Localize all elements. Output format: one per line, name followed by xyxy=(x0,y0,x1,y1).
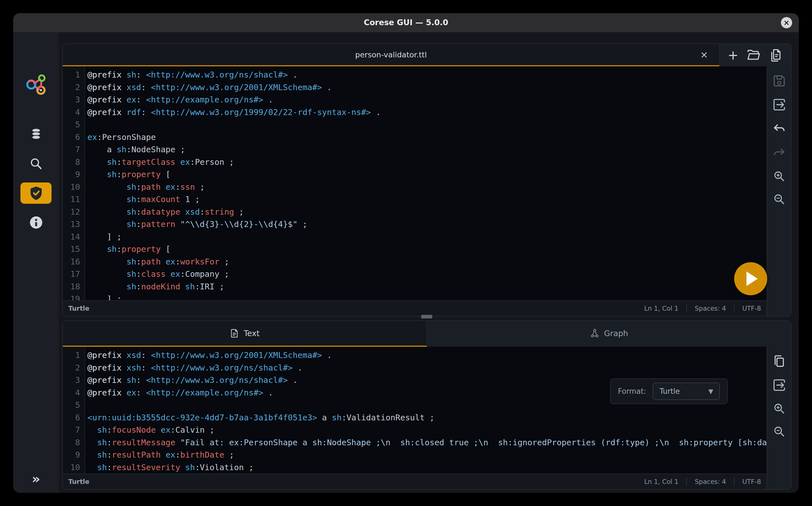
bottom-editor-toolbar xyxy=(766,347,791,489)
code-line: 9 sh:property [ xyxy=(63,168,766,181)
encoding: UTF-8 xyxy=(742,305,761,312)
line-number: 11 xyxy=(63,193,85,206)
zoom-out-button[interactable] xyxy=(772,425,786,438)
title-bar: Corese GUI — 5.0.0 × xyxy=(13,13,799,32)
code-line: 8 sh:resultMessage "Fail at: ex:PersonSh… xyxy=(63,436,766,449)
tab-text-label: Text xyxy=(244,329,259,338)
code-line: 17 sh:class ex:Company ; xyxy=(63,268,766,280)
copy-icon xyxy=(772,354,787,368)
graph-icon xyxy=(590,329,599,338)
line-number: 1 xyxy=(63,69,85,81)
format-dropdown[interactable]: Turtle ▼ xyxy=(653,383,720,400)
line-number: 3 xyxy=(63,374,85,387)
sidebar-item-validation[interactable] xyxy=(20,182,52,204)
code-line: 9 sh:resultPath ex:birthDate ; xyxy=(63,449,766,461)
separator xyxy=(734,304,734,313)
tab-close-icon[interactable]: × xyxy=(700,49,708,60)
format-label: Format: xyxy=(618,387,646,396)
file-tab[interactable]: person-validator.ttl × xyxy=(63,44,719,66)
line-number: 10 xyxy=(63,181,85,193)
code-line: 14 ] ; xyxy=(63,231,766,243)
window-close-button[interactable]: × xyxy=(781,17,792,28)
shacl-code-editor[interactable]: 1@prefix sh: <http://www.w3.org/ns/shacl… xyxy=(63,66,766,300)
code-line: 1@prefix sh: <http://www.w3.org/ns/shacl… xyxy=(63,69,766,81)
code-line: 2@prefix xsh: <http://www.w3.org/ns/shac… xyxy=(63,361,766,374)
line-number: 1 xyxy=(63,349,85,361)
tab-graph[interactable]: Graph xyxy=(427,321,791,347)
code-line: 2@prefix xsd: <http://www.w3.org/2001/XM… xyxy=(63,81,766,94)
line-number: 5 xyxy=(63,399,85,411)
line-number: 19 xyxy=(63,293,85,300)
line-number: 13 xyxy=(63,218,85,231)
line-number: 12 xyxy=(63,206,85,218)
results-panel: Text Graph 1@prefix xsd: <http://www.w3.… xyxy=(62,321,792,490)
line-number: 10 xyxy=(63,461,85,474)
file-copy-icon xyxy=(768,48,783,62)
line-number: 18 xyxy=(63,280,85,293)
search-icon[interactable] xyxy=(13,155,59,172)
zoom-out-button[interactable] xyxy=(772,192,786,206)
open-file-button[interactable] xyxy=(746,48,761,62)
cursor-position: Ln 1, Col 1 xyxy=(644,305,678,312)
export-icon xyxy=(772,377,787,393)
code-line: 4@prefix rdf: <http://www.w3.org/1999/02… xyxy=(63,106,766,119)
code-line: 5 xyxy=(63,118,766,131)
zoom-in-button[interactable] xyxy=(772,169,786,183)
copy-button[interactable] xyxy=(772,354,787,368)
tab-actions: + xyxy=(719,44,791,66)
sidebar: » xyxy=(13,32,59,493)
line-number: 8 xyxy=(63,436,85,449)
code-line: 16 sh:path ex:worksFor ; xyxy=(63,256,766,268)
code-line: 11 sh:maxCount 1 ; xyxy=(63,193,766,206)
panel-resize-handle[interactable] xyxy=(421,315,432,319)
line-number: 14 xyxy=(63,231,85,243)
line-number: 5 xyxy=(63,118,85,131)
separator xyxy=(686,304,687,313)
separator xyxy=(686,478,687,486)
code-line: 10 sh:resultSeverity sh:Violation ; xyxy=(63,461,766,474)
line-number: 3 xyxy=(63,93,85,106)
zoom-out-icon xyxy=(772,192,786,206)
code-line: 1@prefix xsd: <http://www.w3.org/2001/XM… xyxy=(63,349,766,361)
redo-button[interactable] xyxy=(772,145,787,160)
line-number: 8 xyxy=(63,156,85,168)
run-validation-button[interactable] xyxy=(734,262,767,295)
redo-icon xyxy=(772,145,787,160)
line-number: 4 xyxy=(63,387,85,399)
undo-button[interactable] xyxy=(772,121,787,136)
export-button[interactable] xyxy=(772,97,787,112)
new-tab-button[interactable]: + xyxy=(728,49,739,62)
export-icon xyxy=(772,97,787,112)
file-text-icon xyxy=(230,329,239,338)
save-button[interactable] xyxy=(772,74,787,88)
code-line: 7 sh:focusNode ex:Calvin ; xyxy=(63,424,766,436)
database-icon[interactable] xyxy=(13,126,59,143)
validation-result-editor[interactable]: 1@prefix xsd: <http://www.w3.org/2001/XM… xyxy=(63,347,766,474)
zoom-out-icon xyxy=(772,425,786,438)
play-icon xyxy=(746,271,758,286)
file-tab-label: person-validator.ttl xyxy=(355,51,427,59)
line-number: 16 xyxy=(63,256,85,268)
export-button[interactable] xyxy=(772,377,787,393)
tab-text[interactable]: Text xyxy=(63,321,427,347)
line-number: 9 xyxy=(63,449,85,461)
load-from-file-button[interactable] xyxy=(768,48,783,62)
top-editor-toolbar xyxy=(766,66,791,316)
zoom-in-button[interactable] xyxy=(772,402,786,416)
double-chevron-right-icon: » xyxy=(32,471,40,486)
code-line: 6ex:PersonShape xyxy=(63,131,766,144)
undo-icon xyxy=(772,121,787,136)
indent-setting: Spaces: 4 xyxy=(695,478,726,485)
code-line: 18 sh:nodeKind sh:IRI ; xyxy=(63,280,766,293)
indent-setting: Spaces: 4 xyxy=(695,305,726,312)
line-number: 7 xyxy=(63,424,85,436)
app-window: Corese GUI — 5.0.0 × xyxy=(13,13,799,493)
top-editor-status-bar: Turtle Ln 1, Col 1 Spaces: 4 UTF-8 xyxy=(63,300,766,316)
line-number: 15 xyxy=(63,243,85,256)
info-icon[interactable] xyxy=(13,214,59,231)
code-line: 3@prefix ex: <http://example.org/ns#> . xyxy=(63,93,766,106)
language-mode: Turtle xyxy=(68,478,89,485)
expand-sidebar-button[interactable]: » xyxy=(13,471,59,487)
corese-logo-icon[interactable] xyxy=(13,71,59,99)
results-tab-bar: Text Graph xyxy=(63,321,791,347)
